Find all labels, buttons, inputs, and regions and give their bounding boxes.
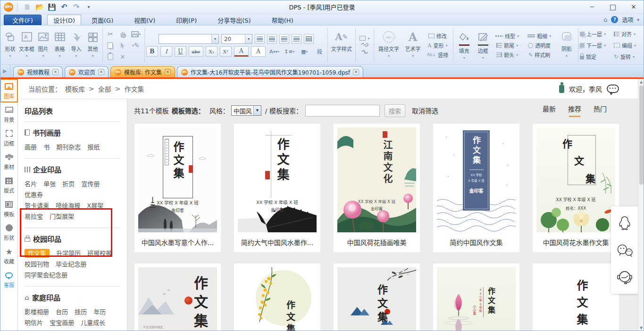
scroll-down-arrow-icon[interactable] bbox=[638, 326, 644, 330]
picture-tool-button[interactable] bbox=[129, 31, 143, 37]
template-thumbnail[interactable]: 作文集 XX 学校 X 年级 X 班 金印客 bbox=[238, 127, 317, 232]
category-link[interactable]: 折页 bbox=[62, 180, 75, 187]
path-text-button[interactable]: abc 路径文字 bbox=[376, 28, 402, 63]
tab-close-icon[interactable] bbox=[353, 69, 359, 75]
font-color-button[interactable]: A bbox=[234, 46, 249, 57]
align-right-button[interactable] bbox=[279, 34, 289, 44]
tab-close-icon[interactable] bbox=[52, 69, 59, 75]
line-spacing-button[interactable]: ↕≡ bbox=[283, 46, 296, 57]
template-caption[interactable]: 中国风荷花水墨作文集 bbox=[533, 232, 619, 252]
align-left-button[interactable] bbox=[255, 34, 265, 44]
line-weight-button[interactable]: 粗细 bbox=[527, 32, 551, 40]
category-link[interactable]: 班报校报 bbox=[87, 250, 112, 257]
template-card[interactable]: 作文集 不在沉默中爆发， 就在沉默中灭亡。 bbox=[134, 263, 221, 331]
align-objects-button[interactable]: 对齐 bbox=[614, 30, 643, 38]
options-button[interactable]: 选项 bbox=[622, 16, 633, 24]
align-center-button[interactable] bbox=[267, 34, 277, 44]
minimize-button[interactable] bbox=[582, 1, 602, 13]
category-link[interactable]: 年历 bbox=[93, 308, 106, 315]
category-link[interactable]: 优惠券 bbox=[25, 191, 43, 198]
select-dropdown-icon[interactable] bbox=[253, 106, 261, 115]
breadcrumb-template-library[interactable]: 模板库 bbox=[65, 84, 85, 93]
home-icon[interactable] bbox=[603, 16, 607, 23]
template-thumbnail[interactable]: 作文集 bbox=[238, 267, 317, 331]
vertical-scrollbar[interactable] bbox=[638, 79, 644, 331]
format-pen-button[interactable] bbox=[129, 42, 143, 49]
border-button[interactable]: 边框 bbox=[474, 28, 493, 63]
cancel-filter-button[interactable]: 取消筛选 bbox=[412, 106, 438, 115]
template-thumbnail[interactable]: 江南文化 XX 学校 X 年级 X 班 金印客 bbox=[337, 127, 416, 232]
sidebar-item-template[interactable]: 模板 bbox=[0, 197, 18, 221]
template-thumbnail[interactable]: 作文集 bbox=[337, 267, 416, 331]
modify-button[interactable]: 修改 bbox=[428, 32, 447, 40]
paste-button[interactable] bbox=[104, 53, 117, 60]
category-link-essay-collection-active[interactable]: 作文集 bbox=[25, 249, 50, 258]
template-card[interactable]: 作文集 XX 学校 X 年级 X 班 金印客 简约大气中国风水墨作... bbox=[234, 124, 320, 252]
paragraph-button[interactable]: 段 bbox=[313, 46, 326, 57]
category-link[interactable]: 画册 bbox=[25, 144, 37, 151]
category-link[interactable]: 报纸 bbox=[87, 144, 100, 151]
vertical-text-button[interactable]: Ab↓竖排 bbox=[427, 51, 448, 59]
cut-button[interactable] bbox=[104, 30, 117, 38]
insert-image-button[interactable]: 图片 bbox=[35, 28, 51, 63]
underline-button[interactable]: U bbox=[175, 46, 186, 57]
sidebar-item-service[interactable]: 客服 bbox=[0, 268, 18, 291]
sidebar-item-gallery[interactable]: 图库 bbox=[0, 79, 18, 102]
select-tool-button[interactable] bbox=[117, 42, 129, 49]
template-card[interactable]: 作文集 XX 学校 X 年级 X 班 金印客 简约中国风作文集 bbox=[433, 124, 519, 252]
shadow-button[interactable]: 阴影 bbox=[557, 28, 577, 63]
category-link[interactable]: 升学简历 bbox=[56, 250, 81, 257]
template-card[interactable]: XX小学X年级 作文集 小小星 bbox=[433, 263, 519, 331]
import-button[interactable]: 导入 bbox=[68, 28, 84, 63]
delete-button[interactable] bbox=[117, 53, 129, 60]
wechat-icon[interactable] bbox=[615, 243, 634, 258]
menu-view[interactable]: 视图(V) bbox=[124, 15, 166, 25]
category-link[interactable]: 名片 bbox=[25, 180, 37, 187]
line-type-button[interactable]: 线型 bbox=[495, 32, 519, 40]
insert-textbox-button[interactable]: A 文本框 bbox=[18, 28, 35, 63]
doc-tab-document[interactable]: DPS 作文集-大16开软皮平装-花鸟中国风作文集190701-1059.dps… bbox=[177, 66, 363, 77]
sidebar-item-layout[interactable]: 版式 bbox=[0, 173, 18, 197]
italic-button[interactable]: I bbox=[160, 46, 172, 57]
category-link[interactable]: 贺卡请柬 bbox=[25, 202, 49, 209]
menu-share-export[interactable]: 分享导出(S) bbox=[207, 15, 261, 25]
category-link[interactable]: 同学聚会纪念册 bbox=[25, 272, 67, 279]
copy-button[interactable] bbox=[104, 42, 117, 49]
menu-page[interactable]: 页面(G) bbox=[81, 15, 124, 25]
help-icon[interactable]: ? bbox=[611, 16, 618, 23]
category-link[interactable]: 期刊杂志 bbox=[56, 144, 81, 151]
insert-table-button[interactable]: 表格 bbox=[51, 28, 68, 63]
insert-other-button[interactable]: 5 其他 bbox=[84, 28, 101, 63]
text-image-button[interactable] bbox=[360, 36, 369, 41]
category-link[interactable]: 门型展架 bbox=[50, 213, 74, 220]
bold-button[interactable]: B bbox=[146, 46, 158, 57]
scroll-up-arrow-icon[interactable] bbox=[638, 80, 644, 84]
superscript-button[interactable]: X² bbox=[220, 46, 232, 57]
template-card[interactable]: 作文集 XX 学校 X 年级 X 班 金印客 中国风水墨写意个人作... bbox=[134, 124, 221, 252]
fill-button[interactable]: 填充 bbox=[455, 28, 474, 63]
category-link[interactable]: 宣传册 bbox=[81, 180, 100, 187]
align-justify-button[interactable] bbox=[292, 34, 301, 44]
options-caret-icon[interactable] bbox=[637, 16, 639, 23]
qq-icon[interactable] bbox=[617, 215, 633, 233]
arrow-tail-button[interactable]: 箭尾 bbox=[496, 42, 518, 49]
strikethrough-button[interactable]: abc bbox=[189, 46, 203, 57]
doc-tab-template-library[interactable]: DPS 模板库: 作文集 bbox=[110, 66, 175, 77]
template-card[interactable]: 作文集 bbox=[234, 263, 320, 331]
layer-up-button[interactable]: 上一层 bbox=[580, 30, 614, 38]
transform-button[interactable]: A变形 bbox=[427, 42, 448, 49]
sidebar-item-border[interactable]: 边框 bbox=[0, 126, 18, 150]
category-link[interactable]: 易拉宝 bbox=[25, 213, 43, 220]
arrow-head-button[interactable]: 箭头 bbox=[496, 51, 518, 59]
hand-tool-button[interactable] bbox=[117, 30, 129, 38]
headset-icon[interactable] bbox=[616, 268, 634, 285]
rotate-button[interactable]: 旋转 bbox=[614, 53, 643, 60]
tab-close-icon[interactable] bbox=[98, 69, 104, 75]
template-thumbnail[interactable]: 作 文 集 XX 学校 X 年级 X 班 姓名：XXX bbox=[536, 127, 615, 232]
category-link[interactable]: 校园刊物 bbox=[25, 261, 49, 268]
template-thumbnail[interactable]: 作文集 XX 学校 X 年级 X 班 姓名：XXX bbox=[536, 267, 615, 331]
category-link[interactable]: 儿童成长 bbox=[81, 319, 105, 326]
category-link[interactable]: 宝宝画册 bbox=[50, 319, 74, 326]
category-link[interactable]: 毕业纪念册 bbox=[56, 261, 86, 268]
sort-tab-recommended[interactable]: 推荐 bbox=[568, 104, 581, 117]
